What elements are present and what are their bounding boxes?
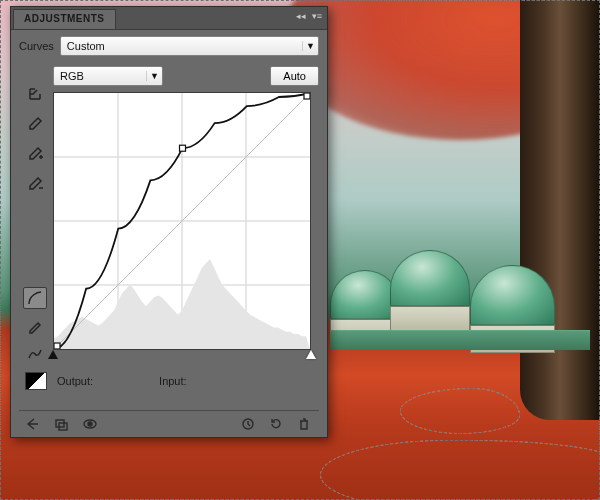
output-value <box>103 373 149 389</box>
targeted-adjustment-tool-icon[interactable] <box>23 83 47 105</box>
black-point-slider[interactable] <box>48 350 58 359</box>
pencil-mode-icon[interactable] <box>23 315 47 337</box>
adjustments-panel: ◂◂ ▾≡ ADJUSTMENTS Curves Custom ▼ RGB ▼ … <box>10 6 328 438</box>
white-point-slider[interactable] <box>306 350 316 359</box>
auto-button[interactable]: Auto <box>270 66 319 86</box>
channel-dropdown[interactable]: RGB ▼ <box>53 66 163 86</box>
output-label: Output: <box>57 375 93 387</box>
panel-menu-icon[interactable]: ▾≡ <box>311 10 323 22</box>
canvas-background: ◂◂ ▾≡ ADJUSTMENTS Curves Custom ▼ RGB ▼ … <box>0 0 600 500</box>
trash-icon[interactable] <box>293 415 315 433</box>
chevron-down-icon: ▼ <box>302 41 318 51</box>
panel-tab-row: ADJUSTMENTS <box>11 7 327 29</box>
reset-icon[interactable] <box>265 415 287 433</box>
input-slider[interactable] <box>53 350 311 364</box>
black-white-ramp-icon[interactable] <box>25 372 47 390</box>
panel-bottom-bar <box>19 410 319 433</box>
curve-white-endpoint[interactable] <box>304 93 310 99</box>
channel-value: RGB <box>54 70 90 82</box>
visibility-icon[interactable] <box>79 415 101 433</box>
tab-adjustments[interactable]: ADJUSTMENTS <box>13 9 116 29</box>
preset-dropdown[interactable]: Custom ▼ <box>60 36 319 56</box>
chevron-down-icon: ▼ <box>146 71 162 81</box>
curve-black-endpoint[interactable] <box>54 343 60 349</box>
input-label: Input: <box>159 375 187 387</box>
eyedropper-icon[interactable] <box>23 113 47 135</box>
curves-graph[interactable] <box>53 92 311 350</box>
preset-value: Custom <box>61 40 111 52</box>
layers-icon[interactable] <box>51 415 73 433</box>
eyedropper-add-icon[interactable] <box>23 143 47 165</box>
curves-mode-icon[interactable] <box>23 287 47 309</box>
eyedropper-subtract-icon[interactable] <box>23 173 47 195</box>
adjustment-type-label: Curves <box>19 40 54 52</box>
input-value <box>197 373 243 389</box>
collapse-panel-icon[interactable]: ◂◂ <box>295 10 307 22</box>
curve-control-point[interactable] <box>180 145 186 151</box>
back-icon[interactable] <box>23 415 45 433</box>
svg-point-9 <box>88 422 92 426</box>
smooth-curve-icon[interactable] <box>23 343 47 365</box>
view-previous-icon[interactable] <box>237 415 259 433</box>
